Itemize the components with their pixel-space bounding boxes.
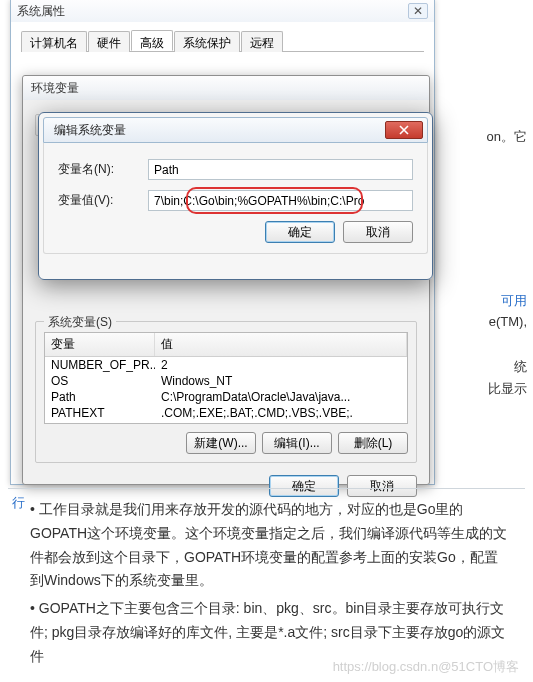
bg-text-fragment: 统 xyxy=(514,358,527,376)
article-paragraph: 工作目录就是我们用来存放开发的源代码的地方，对应的也是Go里的GOPATH这个环… xyxy=(30,498,509,593)
ok-button[interactable]: 确定 xyxy=(265,221,335,243)
system-variables-table[interactable]: 变量 值 NUMBER_OF_PR... 2 OS Windows_NT Pat… xyxy=(44,332,408,424)
system-variables-group-title: 系统变量(S) xyxy=(44,314,116,331)
editdlg-title: 编辑系统变量 xyxy=(54,122,126,139)
bg-text-fragment: 可用 xyxy=(501,292,527,310)
variable-name-input[interactable] xyxy=(148,159,413,180)
close-icon[interactable]: ✕ xyxy=(408,3,428,19)
delete-button[interactable]: 删除(L) xyxy=(338,432,408,454)
editdlg-titlebar[interactable]: 编辑系统变量 xyxy=(43,117,428,143)
table-row[interactable]: Path C:\ProgramData\Oracle\Java\java... xyxy=(45,389,407,405)
tab-remote[interactable]: 远程 xyxy=(241,31,283,52)
tab-system-protection[interactable]: 系统保护 xyxy=(174,31,240,52)
bg-text-fragment: 比显示 xyxy=(488,380,527,398)
system-variables-group: 系统变量(S) 变量 值 NUMBER_OF_PR... 2 OS Window… xyxy=(35,321,417,463)
table-row[interactable]: NUMBER_OF_PR... 2 xyxy=(45,357,407,373)
sysprops-titlebar[interactable]: 系统属性 ✕ xyxy=(11,0,434,22)
bg-text-fragment: on。它 xyxy=(487,128,527,146)
sysprops-title: 系统属性 xyxy=(17,3,65,20)
close-icon[interactable] xyxy=(385,121,423,139)
watermark: https://blog.csdn.n@51CTO博客 xyxy=(333,658,519,676)
table-row[interactable]: PATHEXT .COM;.EXE;.BAT;.CMD;.VBS;.VBE;. xyxy=(45,405,407,421)
tab-hardware[interactable]: 硬件 xyxy=(88,31,130,52)
tab-computer-name[interactable]: 计算机名 xyxy=(21,31,87,52)
edit-system-variable-dialog: 编辑系统变量 变量名(N): 变量值(V): 确定 取消 xyxy=(38,112,433,280)
table-header: 变量 值 xyxy=(45,333,407,357)
envdlg-title: 环境变量 xyxy=(31,80,79,97)
bg-text-fragment: 行 xyxy=(12,494,25,512)
ok-button[interactable]: 确定 xyxy=(269,475,339,497)
edit-button[interactable]: 编辑(I)... xyxy=(262,432,332,454)
cancel-button[interactable]: 取消 xyxy=(347,475,417,497)
envdlg-titlebar[interactable]: 环境变量 xyxy=(23,76,429,100)
variable-name-label: 变量名(N): xyxy=(58,161,148,178)
col-value[interactable]: 值 xyxy=(155,333,407,356)
divider xyxy=(8,488,525,489)
bg-text-fragment: e(TM), xyxy=(489,314,527,329)
cancel-button[interactable]: 取消 xyxy=(343,221,413,243)
tab-advanced[interactable]: 高级 xyxy=(131,30,173,51)
article-text: 工作目录就是我们用来存放开发的源代码的地方，对应的也是Go里的GOPATH这个环… xyxy=(30,498,509,673)
sysprops-tabs: 计算机名 硬件 高级 系统保护 远程 xyxy=(21,30,424,52)
new-button[interactable]: 新建(W)... xyxy=(186,432,256,454)
variable-value-label: 变量值(V): xyxy=(58,192,148,209)
variable-value-input[interactable] xyxy=(148,190,413,211)
table-row[interactable]: OS Windows_NT xyxy=(45,373,407,389)
col-name[interactable]: 变量 xyxy=(45,333,155,356)
